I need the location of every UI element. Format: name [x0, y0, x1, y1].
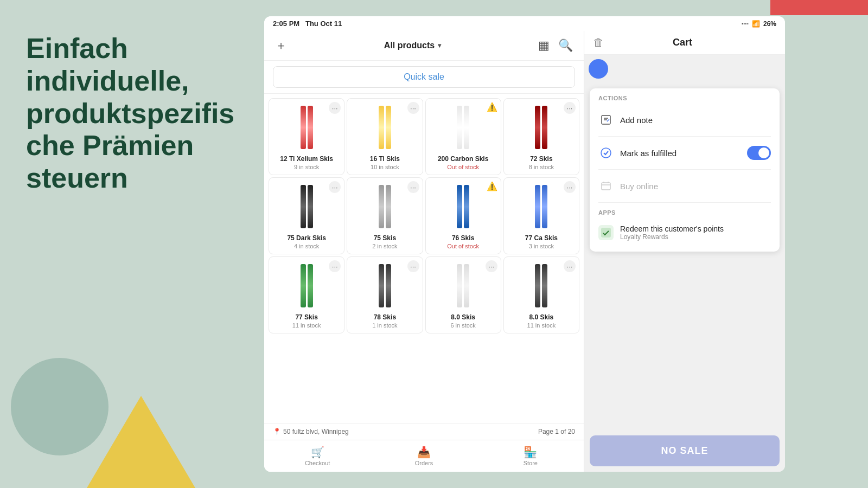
- product-image: [444, 261, 482, 310]
- tab-label: Checkout: [305, 460, 330, 466]
- product-card[interactable]: ··· 77 Ca Skis 3 in stock: [503, 177, 579, 254]
- top-red-banner: [770, 0, 868, 15]
- buy-online-action[interactable]: Buy online: [590, 172, 780, 200]
- tab-label: Orders: [415, 460, 433, 466]
- product-menu-button[interactable]: ···: [564, 102, 576, 114]
- product-stock: 11 in stock: [527, 322, 556, 329]
- product-menu-button[interactable]: ···: [564, 260, 576, 272]
- product-card[interactable]: ··· 77 Skis 11 in stock: [269, 256, 344, 333]
- product-image: [444, 103, 482, 152]
- mark-fulfilled-action[interactable]: Mark as fulfilled: [590, 139, 780, 167]
- loyalty-icon: [598, 225, 614, 240]
- product-image: [288, 261, 326, 310]
- chevron-down-icon: ▾: [438, 42, 441, 49]
- product-menu-button[interactable]: ···: [329, 260, 341, 272]
- product-image: [522, 261, 560, 310]
- warning-icon: ⚠️: [487, 102, 497, 112]
- deco-triangle: [87, 396, 195, 488]
- mark-fulfilled-label: Mark as fulfilled: [620, 149, 676, 158]
- status-time: 2:05 PM Thu Oct 11: [273, 20, 342, 28]
- product-stock: 3 in stock: [529, 243, 554, 249]
- checkmark-icon: [598, 145, 614, 160]
- tab-label: Store: [524, 460, 538, 466]
- barcode-scan-button[interactable]: ▦: [536, 36, 552, 55]
- svg-line-3: [607, 119, 609, 121]
- main-split: ＋ All products ▾ ▦ 🔍 Quick sale ···: [264, 31, 785, 472]
- product-card[interactable]: ··· 16 Ti Skis 10 in stock: [347, 98, 423, 175]
- product-image: [288, 103, 326, 152]
- product-name: 16 Ti Skis: [370, 155, 400, 163]
- product-image: [444, 182, 482, 231]
- tab-store[interactable]: 🏪 Store: [477, 444, 584, 468]
- product-stock: 2 in stock: [372, 243, 397, 249]
- fulfilled-toggle[interactable]: [747, 146, 771, 160]
- product-menu-button[interactable]: ···: [486, 260, 497, 272]
- product-name: 77 Ca Skis: [525, 234, 558, 242]
- delete-icon[interactable]: 🗑: [593, 36, 604, 49]
- cart-header: 🗑 Cart: [584, 31, 785, 55]
- add-note-label: Add note: [620, 115, 653, 125]
- product-card[interactable]: ··· 8.0 Skis 11 in stock: [503, 256, 579, 333]
- tab-orders[interactable]: 📥 Orders: [371, 444, 477, 468]
- buy-online-label: Buy online: [620, 182, 658, 191]
- top-nav: ＋ All products ▾ ▦ 🔍: [264, 31, 584, 61]
- actions-section-title: ACTIONS: [590, 93, 780, 106]
- product-card[interactable]: ··· 75 Dark Skis 4 in stock: [269, 177, 344, 254]
- add-button[interactable]: ＋: [273, 35, 289, 56]
- product-name: 200 Carbon Skis: [438, 155, 488, 163]
- product-image: [366, 182, 404, 231]
- product-card[interactable]: ··· 8.0 Skis 6 in stock: [425, 256, 501, 333]
- location-address: 50 fultz blvd, Winnipeg: [283, 428, 349, 435]
- product-name: 8.0 Skis: [451, 313, 475, 321]
- product-stock: 4 in stock: [294, 243, 319, 249]
- product-menu-button[interactable]: ···: [407, 102, 419, 114]
- search-button[interactable]: 🔍: [556, 36, 575, 55]
- bg-headline: Einfach individuelle, produktspezifis ch…: [26, 33, 254, 195]
- product-menu-button[interactable]: ···: [407, 260, 419, 272]
- svg-point-4: [601, 148, 611, 158]
- product-stock: 1 in stock: [372, 322, 397, 329]
- product-filter[interactable]: All products ▾: [384, 41, 441, 50]
- svg-rect-8: [601, 228, 611, 237]
- loyalty-info: Redeem this customer's points Loyalty Re…: [620, 224, 724, 241]
- product-stock: 11 in stock: [292, 322, 321, 329]
- svg-rect-5: [602, 183, 610, 190]
- tab-icon: 🏪: [524, 446, 537, 459]
- product-image: [366, 261, 404, 310]
- cart-panel: 🗑 Cart ACTIONS: [584, 31, 785, 472]
- product-name: 72 Skis: [530, 155, 552, 163]
- product-stock: 10 in stock: [371, 164, 399, 170]
- product-menu-button[interactable]: ···: [564, 181, 576, 193]
- loyalty-sub-label: Loyalty Rewards: [620, 233, 724, 241]
- product-stock: Out of stock: [447, 243, 479, 249]
- product-card[interactable]: ··· 12 Ti Xelium Skis 9 in stock: [269, 98, 344, 175]
- product-card[interactable]: ··· 78 Skis 1 in stock: [347, 256, 423, 333]
- product-image: [522, 103, 560, 152]
- bottom-location-bar: 📍 50 fultz blvd, Winnipeg Page 1 of 20: [264, 423, 584, 440]
- product-menu-button[interactable]: ···: [407, 181, 419, 193]
- no-sale-button[interactable]: NO SALE: [590, 435, 780, 466]
- tab-checkout[interactable]: 🛒 Checkout: [264, 444, 371, 468]
- products-panel: ＋ All products ▾ ▦ 🔍 Quick sale ···: [264, 31, 584, 472]
- tab-bar: 🛒 Checkout 📥 Orders 🏪 Store: [264, 440, 584, 472]
- product-name: 12 Ti Xelium Skis: [280, 155, 333, 163]
- product-name: 8.0 Skis: [529, 313, 554, 321]
- loyalty-rewards-action[interactable]: Redeem this customer's points Loyalty Re…: [590, 218, 780, 247]
- product-card[interactable]: ⚠️ 200 Carbon Skis Out of stock: [425, 98, 501, 175]
- product-menu-button[interactable]: ···: [329, 181, 341, 193]
- product-card[interactable]: ⚠️ 76 Skis Out of stock: [425, 177, 501, 254]
- quick-sale-button[interactable]: Quick sale: [273, 66, 575, 88]
- tab-icon: 🛒: [311, 446, 324, 459]
- actions-dropdown: ACTIONS Add note: [590, 88, 780, 252]
- product-menu-button[interactable]: ···: [329, 102, 341, 114]
- add-note-action[interactable]: Add note: [590, 106, 780, 134]
- divider-3: [598, 202, 771, 203]
- cart-title: Cart: [673, 37, 692, 48]
- product-card[interactable]: ··· 75 Skis 2 in stock: [347, 177, 423, 254]
- divider-2: [598, 169, 771, 170]
- product-name: 76 Skis: [452, 234, 474, 242]
- quick-sale-bar: Quick sale: [264, 61, 584, 94]
- product-card[interactable]: ··· 72 Skis 8 in stock: [503, 98, 579, 175]
- product-image: [366, 103, 404, 152]
- product-stock: Out of stock: [447, 164, 479, 170]
